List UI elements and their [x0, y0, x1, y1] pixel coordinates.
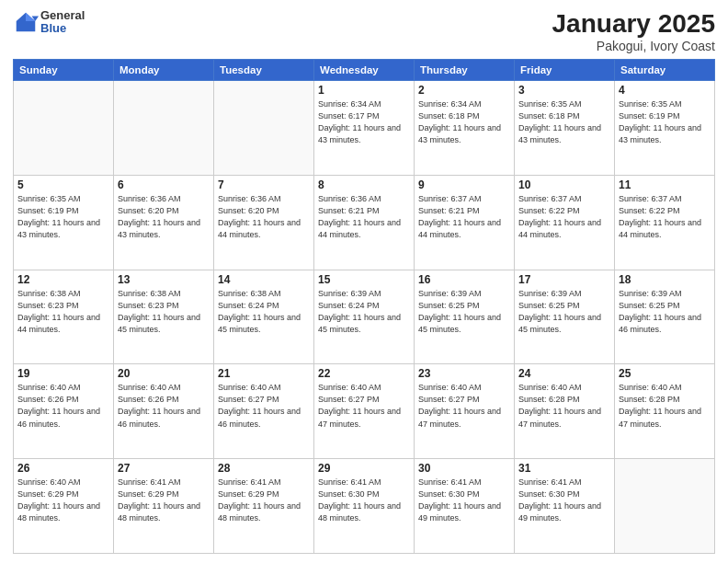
- calendar-cell: [615, 459, 715, 554]
- day-info: Sunrise: 6:41 AM Sunset: 6:30 PM Dayligh…: [518, 477, 610, 524]
- day-info: Sunrise: 6:39 AM Sunset: 6:24 PM Dayligh…: [318, 288, 410, 336]
- day-info: Sunrise: 6:36 AM Sunset: 6:20 PM Dayligh…: [118, 193, 210, 241]
- logo-general: General: [40, 9, 85, 22]
- calendar-cell: 11Sunrise: 6:37 AM Sunset: 6:22 PM Dayli…: [615, 175, 715, 270]
- calendar-cell: 30Sunrise: 6:41 AM Sunset: 6:30 PM Dayli…: [415, 459, 515, 554]
- day-number: 29: [318, 462, 410, 475]
- day-number: 23: [418, 367, 510, 380]
- calendar-cell: 17Sunrise: 6:39 AM Sunset: 6:25 PM Dayli…: [515, 270, 615, 364]
- day-number: 14: [218, 273, 310, 286]
- calendar-cell: 18Sunrise: 6:39 AM Sunset: 6:25 PM Dayli…: [615, 270, 715, 364]
- col-thursday: Thursday: [415, 60, 515, 81]
- day-info: Sunrise: 6:34 AM Sunset: 6:18 PM Dayligh…: [418, 98, 510, 146]
- day-number: 27: [118, 462, 210, 475]
- day-info: Sunrise: 6:38 AM Sunset: 6:24 PM Dayligh…: [218, 288, 310, 336]
- day-number: 10: [518, 178, 610, 191]
- calendar-week-3: 12Sunrise: 6:38 AM Sunset: 6:23 PM Dayli…: [14, 270, 715, 364]
- calendar-cell: 16Sunrise: 6:39 AM Sunset: 6:25 PM Dayli…: [415, 270, 515, 364]
- calendar-cell: 26Sunrise: 6:40 AM Sunset: 6:29 PM Dayli…: [14, 459, 114, 554]
- day-number: 18: [619, 273, 711, 286]
- day-number: 22: [318, 367, 410, 380]
- calendar-subtitle: Pakogui, Ivory Coast: [552, 39, 715, 53]
- calendar-cell: 1Sunrise: 6:34 AM Sunset: 6:17 PM Daylig…: [314, 81, 415, 176]
- day-number: 11: [619, 178, 711, 191]
- calendar-cell: 12Sunrise: 6:38 AM Sunset: 6:23 PM Dayli…: [14, 270, 114, 364]
- calendar-cell: 5Sunrise: 6:35 AM Sunset: 6:19 PM Daylig…: [14, 175, 114, 270]
- logo-icon: [13, 9, 39, 35]
- day-number: 28: [218, 462, 310, 475]
- day-number: 12: [17, 273, 109, 286]
- day-info: Sunrise: 6:40 AM Sunset: 6:27 PM Dayligh…: [418, 382, 510, 430]
- calendar-cell: 27Sunrise: 6:41 AM Sunset: 6:29 PM Dayli…: [114, 459, 214, 554]
- day-number: 15: [318, 273, 410, 286]
- day-info: Sunrise: 6:40 AM Sunset: 6:28 PM Dayligh…: [619, 382, 711, 430]
- calendar-cell: 25Sunrise: 6:40 AM Sunset: 6:28 PM Dayli…: [615, 364, 715, 459]
- calendar-table: Sunday Monday Tuesday Wednesday Thursday…: [13, 59, 715, 554]
- day-info: Sunrise: 6:37 AM Sunset: 6:22 PM Dayligh…: [518, 193, 610, 241]
- day-number: 3: [518, 84, 610, 97]
- day-info: Sunrise: 6:37 AM Sunset: 6:21 PM Dayligh…: [418, 193, 510, 241]
- calendar-week-5: 26Sunrise: 6:40 AM Sunset: 6:29 PM Dayli…: [14, 459, 715, 554]
- calendar-cell: 2Sunrise: 6:34 AM Sunset: 6:18 PM Daylig…: [415, 81, 515, 176]
- day-number: 21: [218, 367, 310, 380]
- calendar-week-4: 19Sunrise: 6:40 AM Sunset: 6:26 PM Dayli…: [14, 364, 715, 459]
- day-number: 20: [118, 367, 210, 380]
- calendar-cell: 28Sunrise: 6:41 AM Sunset: 6:29 PM Dayli…: [214, 459, 314, 554]
- day-info: Sunrise: 6:38 AM Sunset: 6:23 PM Dayligh…: [17, 288, 109, 336]
- calendar-cell: 8Sunrise: 6:36 AM Sunset: 6:21 PM Daylig…: [314, 175, 415, 270]
- day-number: 30: [418, 462, 510, 475]
- day-number: 1: [318, 84, 410, 97]
- calendar-cell: 24Sunrise: 6:40 AM Sunset: 6:28 PM Dayli…: [515, 364, 615, 459]
- logo-text: General Blue: [40, 9, 85, 36]
- day-info: Sunrise: 6:41 AM Sunset: 6:29 PM Dayligh…: [118, 477, 210, 524]
- day-info: Sunrise: 6:40 AM Sunset: 6:26 PM Dayligh…: [17, 382, 109, 430]
- calendar-cell: 6Sunrise: 6:36 AM Sunset: 6:20 PM Daylig…: [114, 175, 214, 270]
- day-number: 25: [619, 367, 711, 380]
- day-info: Sunrise: 6:40 AM Sunset: 6:27 PM Dayligh…: [218, 382, 310, 430]
- col-sunday: Sunday: [14, 60, 114, 81]
- day-info: Sunrise: 6:40 AM Sunset: 6:29 PM Dayligh…: [17, 477, 109, 524]
- col-monday: Monday: [114, 60, 214, 81]
- page: General Blue January 2025 Pakogui, Ivory…: [0, 0, 728, 563]
- calendar-cell: 7Sunrise: 6:36 AM Sunset: 6:20 PM Daylig…: [214, 175, 314, 270]
- calendar-cell: 29Sunrise: 6:41 AM Sunset: 6:30 PM Dayli…: [314, 459, 415, 554]
- day-number: 31: [518, 462, 610, 475]
- calendar-cell: 23Sunrise: 6:40 AM Sunset: 6:27 PM Dayli…: [415, 364, 515, 459]
- calendar-cell: 21Sunrise: 6:40 AM Sunset: 6:27 PM Dayli…: [214, 364, 314, 459]
- calendar-cell: 9Sunrise: 6:37 AM Sunset: 6:21 PM Daylig…: [415, 175, 515, 270]
- day-info: Sunrise: 6:41 AM Sunset: 6:30 PM Dayligh…: [418, 477, 510, 524]
- day-info: Sunrise: 6:40 AM Sunset: 6:26 PM Dayligh…: [118, 382, 210, 430]
- day-info: Sunrise: 6:39 AM Sunset: 6:25 PM Dayligh…: [619, 288, 711, 336]
- calendar-cell: 3Sunrise: 6:35 AM Sunset: 6:18 PM Daylig…: [515, 81, 615, 176]
- calendar-cell: [14, 81, 114, 176]
- header: General Blue January 2025 Pakogui, Ivory…: [13, 9, 715, 53]
- day-info: Sunrise: 6:35 AM Sunset: 6:18 PM Dayligh…: [518, 98, 610, 146]
- day-number: 6: [118, 178, 210, 191]
- col-wednesday: Wednesday: [314, 60, 415, 81]
- day-info: Sunrise: 6:41 AM Sunset: 6:29 PM Dayligh…: [218, 477, 310, 524]
- day-info: Sunrise: 6:40 AM Sunset: 6:27 PM Dayligh…: [318, 382, 410, 430]
- day-number: 19: [17, 367, 109, 380]
- logo-blue: Blue: [40, 22, 85, 35]
- col-tuesday: Tuesday: [214, 60, 314, 81]
- day-info: Sunrise: 6:39 AM Sunset: 6:25 PM Dayligh…: [518, 288, 610, 336]
- calendar-week-1: 1Sunrise: 6:34 AM Sunset: 6:17 PM Daylig…: [14, 81, 715, 176]
- day-number: 5: [17, 178, 109, 191]
- calendar-cell: 13Sunrise: 6:38 AM Sunset: 6:23 PM Dayli…: [114, 270, 214, 364]
- day-info: Sunrise: 6:36 AM Sunset: 6:21 PM Dayligh…: [318, 193, 410, 241]
- day-info: Sunrise: 6:35 AM Sunset: 6:19 PM Dayligh…: [17, 193, 109, 241]
- day-info: Sunrise: 6:41 AM Sunset: 6:30 PM Dayligh…: [318, 477, 410, 524]
- calendar-week-2: 5Sunrise: 6:35 AM Sunset: 6:19 PM Daylig…: [14, 175, 715, 270]
- calendar-cell: [214, 81, 314, 176]
- day-number: 7: [218, 178, 310, 191]
- day-number: 8: [318, 178, 410, 191]
- day-info: Sunrise: 6:40 AM Sunset: 6:28 PM Dayligh…: [518, 382, 610, 430]
- calendar-cell: 14Sunrise: 6:38 AM Sunset: 6:24 PM Dayli…: [214, 270, 314, 364]
- day-info: Sunrise: 6:38 AM Sunset: 6:23 PM Dayligh…: [118, 288, 210, 336]
- calendar-cell: 4Sunrise: 6:35 AM Sunset: 6:19 PM Daylig…: [615, 81, 715, 176]
- calendar-title: January 2025: [552, 9, 715, 39]
- calendar-cell: 31Sunrise: 6:41 AM Sunset: 6:30 PM Dayli…: [515, 459, 615, 554]
- day-info: Sunrise: 6:39 AM Sunset: 6:25 PM Dayligh…: [418, 288, 510, 336]
- calendar-cell: 15Sunrise: 6:39 AM Sunset: 6:24 PM Dayli…: [314, 270, 415, 364]
- day-number: 4: [619, 84, 711, 97]
